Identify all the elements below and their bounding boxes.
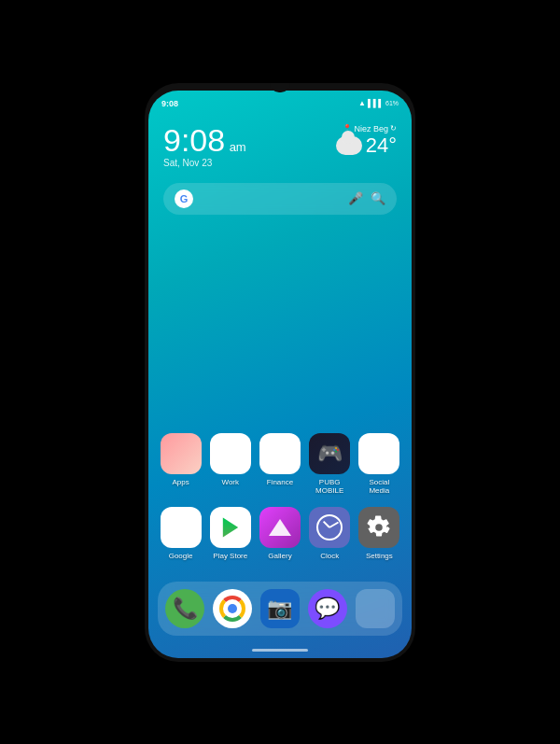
lens-icon[interactable]: 🔍 xyxy=(371,191,385,205)
app-icon-finance xyxy=(259,433,301,474)
app-label-clock: Clock xyxy=(320,552,339,561)
search-action-icons: 🎤 🔍 xyxy=(348,191,385,205)
camera-icon: 📷 xyxy=(267,597,292,621)
dock-icon-camera: 📷 xyxy=(260,589,300,628)
app-label-apps: Apps xyxy=(172,478,189,487)
phone-screen: 9:08 ▲ ▌▌▌ 61% 9:08 am Sat, Nov 23 📍 Nie… xyxy=(148,91,412,658)
app-icon-gallery xyxy=(259,507,301,548)
app-item-clock[interactable]: Clock xyxy=(307,507,352,561)
app-label-settings: Settings xyxy=(366,552,393,561)
dock-item-camera[interactable]: 📷 xyxy=(260,589,300,628)
cloud-icon xyxy=(336,136,362,155)
weather-widget: 📍 Niez Beg ↻ 24° xyxy=(336,124,397,158)
refresh-icon: ↻ xyxy=(390,124,397,133)
clock-weather-widget: 9:08 am Sat, Nov 23 📍 Niez Beg ↻ 24° xyxy=(148,111,412,172)
location-name: Niez Beg xyxy=(354,124,388,133)
app-icon-work xyxy=(210,433,251,474)
app-item-settings[interactable]: Settings xyxy=(357,507,401,561)
messages-icon: 💬 xyxy=(315,597,340,621)
clock-ampm: am xyxy=(230,140,246,154)
app-label-social: Social Media xyxy=(369,478,389,496)
app-item-finance[interactable]: Finance xyxy=(258,433,302,496)
wifi-icon: ▲ xyxy=(358,99,366,107)
gear-svg xyxy=(367,515,391,540)
status-icons: ▲ ▌▌▌ 61% xyxy=(358,99,399,107)
app-icon-google xyxy=(161,507,202,548)
clock-time: 9:08 xyxy=(163,122,225,158)
app-label-google: Google xyxy=(169,552,193,561)
weather-temp-row: 24° xyxy=(336,133,397,158)
app-label-work: Work xyxy=(222,478,240,487)
app-label-playstore: Play Store xyxy=(213,552,247,561)
clock-date: Sat, Nov 23 xyxy=(163,158,246,168)
mic-icon[interactable]: 🎤 xyxy=(348,191,363,205)
app-row-1: Apps Work Finance xyxy=(148,433,412,572)
home-indicator xyxy=(148,643,412,658)
dock-item-phone[interactable]: 📞 xyxy=(165,589,204,628)
temperature: 24° xyxy=(366,133,397,158)
google-g-icon: G xyxy=(175,190,193,208)
signal-icon: ▌▌▌ xyxy=(368,99,384,107)
app-icon-apps xyxy=(161,433,202,474)
app-item-google[interactable]: Google xyxy=(159,507,203,561)
app-item-apps[interactable]: Apps xyxy=(159,433,203,496)
app-item-social[interactable]: Social Media xyxy=(357,433,401,496)
app-icon-playstore xyxy=(210,507,251,548)
phone-outer: 9:08 ▲ ▌▌▌ 61% 9:08 am Sat, Nov 23 📍 Nie… xyxy=(145,83,415,662)
app-item-pubg[interactable]: 🎮 PUBG MOBILE xyxy=(307,433,352,496)
app-label-finance: Finance xyxy=(267,478,293,487)
battery-icon: 61% xyxy=(385,100,399,106)
app-icon-settings xyxy=(358,507,399,548)
home-bar xyxy=(252,649,308,652)
clock-left: 9:08 am Sat, Nov 23 xyxy=(163,124,246,168)
status-time: 9:08 xyxy=(161,99,178,108)
search-bar[interactable]: G 🎤 🔍 xyxy=(163,183,397,215)
dock-item-chrome[interactable] xyxy=(213,589,252,628)
dock-icon-phone: 📞 xyxy=(165,589,204,628)
app-icon-clock xyxy=(309,507,350,548)
app-item-playstore[interactable]: Play Store xyxy=(208,507,253,561)
dock-icon-messages: 💬 xyxy=(308,589,347,628)
app-icon-social xyxy=(358,433,399,474)
dock-icon-chrome xyxy=(213,589,252,628)
dock-icon-more xyxy=(356,589,395,628)
dock-item-more[interactable] xyxy=(356,589,395,628)
app-label-gallery: Gallery xyxy=(268,552,291,561)
dock-item-messages[interactable]: 💬 xyxy=(308,589,347,628)
clock-face xyxy=(316,514,343,540)
app-label-pubg: PUBG MOBILE xyxy=(315,478,343,496)
dock: 📞 📷 💬 xyxy=(158,582,402,636)
status-bar: 9:08 ▲ ▌▌▌ 61% xyxy=(148,91,412,111)
phone-icon: 📞 xyxy=(173,597,198,621)
app-item-work[interactable]: Work xyxy=(208,433,253,496)
app-icon-pubg: 🎮 xyxy=(309,433,350,474)
app-item-gallery[interactable]: Gallery xyxy=(258,507,302,561)
time-display: 9:08 am xyxy=(163,124,246,156)
